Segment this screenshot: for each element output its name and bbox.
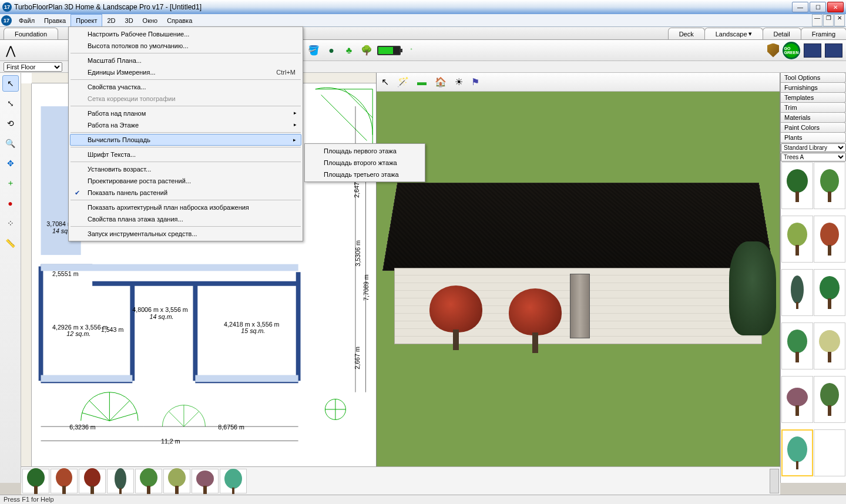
plant-thumb[interactable]: [814, 162, 845, 209]
menu-project[interactable]: Проект: [70, 14, 102, 26]
minimize-button[interactable]: —: [792, 2, 808, 12]
fill-icon[interactable]: 🪣: [307, 43, 321, 58]
rtab-paint-colors[interactable]: Paint Colors: [781, 122, 846, 133]
plant-thumb[interactable]: [814, 429, 845, 476]
select-tool[interactable]: ↖: [2, 75, 19, 92]
project-menu-item[interactable]: Работа на Этаже▸: [70, 119, 301, 131]
tree-red-2: [509, 288, 562, 353]
menu-file[interactable]: Файл: [14, 14, 39, 26]
project-menu-item[interactable]: Запуск инструментальных средств...: [70, 228, 301, 240]
menu-edit[interactable]: Правка: [39, 14, 70, 26]
close-button[interactable]: ✕: [827, 2, 844, 12]
plant-thumb[interactable]: [781, 322, 813, 369]
menu-help[interactable]: Справка: [162, 14, 197, 26]
bush-icon[interactable]: ●: [324, 43, 338, 58]
library-select[interactable]: Standard Library: [781, 143, 846, 152]
rtab-tool-options[interactable]: Tool Options: [781, 72, 846, 83]
project-menu-item[interactable]: Вычислить Площадь▸: [70, 134, 301, 146]
rtab-materials[interactable]: Materials: [781, 112, 846, 123]
red-ball-tool[interactable]: ●: [2, 195, 19, 211]
plant-thumb[interactable]: [781, 269, 813, 316]
project-menu-item[interactable]: Шрифт Текста...: [70, 149, 301, 160]
strip-thumb[interactable]: [163, 469, 190, 493]
view3d-canvas[interactable]: [377, 92, 780, 483]
plant-thumb[interactable]: [814, 216, 845, 263]
plant-thumb[interactable]: [814, 322, 845, 369]
project-menu-item[interactable]: Проектирование роста растений...: [70, 175, 301, 187]
strip-thumb[interactable]: [22, 469, 49, 493]
plant-thumb-selected[interactable]: [781, 429, 813, 476]
mdi-close[interactable]: ✕: [834, 14, 845, 26]
layout-icon-1[interactable]: [804, 43, 821, 58]
project-menu-item[interactable]: Единицы Измерения...Ctrl+M: [70, 66, 301, 78]
gogreen-button[interactable]: GO GREEN: [783, 42, 800, 59]
project-menu-item[interactable]: Показать панель растений✔: [70, 187, 301, 199]
maximize-button[interactable]: ☐: [810, 2, 826, 12]
strip-thumb[interactable]: [220, 469, 247, 493]
project-menu-item[interactable]: Работа над планом▸: [70, 107, 301, 119]
orbit-tool[interactable]: ⟲: [2, 115, 19, 132]
cursor-3d-icon[interactable]: ↖: [381, 76, 389, 88]
plant-thumb[interactable]: [781, 162, 813, 209]
project-menu-item[interactable]: Свойства плана этажа здания...: [70, 213, 301, 225]
rtab-plants[interactable]: Plants: [781, 132, 846, 143]
measure-tool[interactable]: 📏: [2, 235, 19, 251]
shield-icon[interactable]: [767, 43, 779, 58]
status-bar: Press F1 for Help: [0, 495, 846, 504]
terrain-icon[interactable]: ▬: [417, 77, 427, 88]
strip-thumb[interactable]: [79, 469, 106, 493]
submenu-floor3[interactable]: Площадь третьего этажа: [306, 169, 424, 180]
strip-thumb[interactable]: [107, 469, 134, 493]
layout-icon-2[interactable]: [825, 43, 842, 58]
rtab-furnishings[interactable]: Furnishings: [781, 82, 846, 93]
battery-indicator: [377, 46, 401, 55]
svg-rect-72: [62, 486, 66, 494]
bottom-plant-strip: [21, 466, 780, 495]
mdi-minimize[interactable]: —: [812, 14, 822, 26]
tab-deck[interactable]: Deck: [668, 28, 705, 39]
plant-icon[interactable]: ♣: [342, 43, 356, 58]
mdi-restore[interactable]: ❐: [823, 14, 834, 26]
tab-framing[interactable]: Framing: [801, 28, 846, 39]
submenu-floor1[interactable]: Площадь первого этажа: [306, 145, 424, 157]
svg-point-79: [168, 468, 186, 487]
plant-thumb[interactable]: [781, 376, 813, 423]
add-tool[interactable]: ＋: [2, 175, 19, 191]
tab-detail[interactable]: Detail: [763, 28, 801, 39]
project-menu-item[interactable]: Установить возраст...: [70, 163, 301, 175]
strip-thumb[interactable]: [135, 469, 162, 493]
flag-icon[interactable]: ⚑: [471, 76, 479, 88]
zoom-tool[interactable]: 🔍: [2, 135, 19, 152]
rtab-templates[interactable]: Templates: [781, 92, 846, 103]
project-menu-item[interactable]: Свойства участка...: [70, 81, 301, 93]
submenu-floor2[interactable]: Площадь второго жтажа: [306, 157, 424, 169]
plant-thumb[interactable]: [814, 269, 845, 316]
rtab-trim[interactable]: Trim: [781, 102, 846, 113]
strip-thumb[interactable]: [51, 469, 78, 493]
project-menu-item[interactable]: Показать архитектурный план наброска изо…: [70, 201, 301, 213]
floor-selector[interactable]: First Floor: [4, 62, 62, 72]
project-menu-item[interactable]: Настроить Рабочее Повышение...: [70, 28, 301, 40]
category-select[interactable]: Trees A: [781, 153, 846, 162]
project-menu-item[interactable]: Высота потолков по умолчанию...: [70, 40, 301, 52]
tree-small-icon[interactable]: 🌳: [360, 43, 374, 58]
plant-thumb[interactable]: [814, 376, 845, 423]
svg-rect-82: [203, 486, 207, 494]
strip-thumb[interactable]: [192, 469, 219, 493]
menu-window[interactable]: Окно: [138, 14, 163, 26]
tab-foundation[interactable]: Foundation: [4, 28, 58, 39]
sun-icon[interactable]: ☀: [455, 76, 463, 88]
pan-tool[interactable]: ✥: [2, 155, 19, 172]
wand-icon[interactable]: 🪄: [397, 76, 409, 88]
tab-landscape[interactable]: Landscape▾: [704, 28, 763, 39]
house-icon[interactable]: 🏠: [435, 76, 446, 88]
menu-3d[interactable]: 3D: [120, 14, 138, 26]
arch-tool-icon[interactable]: ⋀: [4, 43, 18, 58]
strip-scroll-right[interactable]: [770, 469, 779, 493]
svg-text:11,2 m: 11,2 m: [161, 438, 180, 445]
multi-ball-tool[interactable]: ⁘: [2, 215, 19, 231]
plant-thumb[interactable]: [781, 216, 813, 263]
menu-2d[interactable]: 2D: [102, 14, 120, 26]
project-menu-item[interactable]: Масштаб Плана...: [70, 55, 301, 66]
select-edge-tool[interactable]: ⤡: [2, 95, 19, 112]
